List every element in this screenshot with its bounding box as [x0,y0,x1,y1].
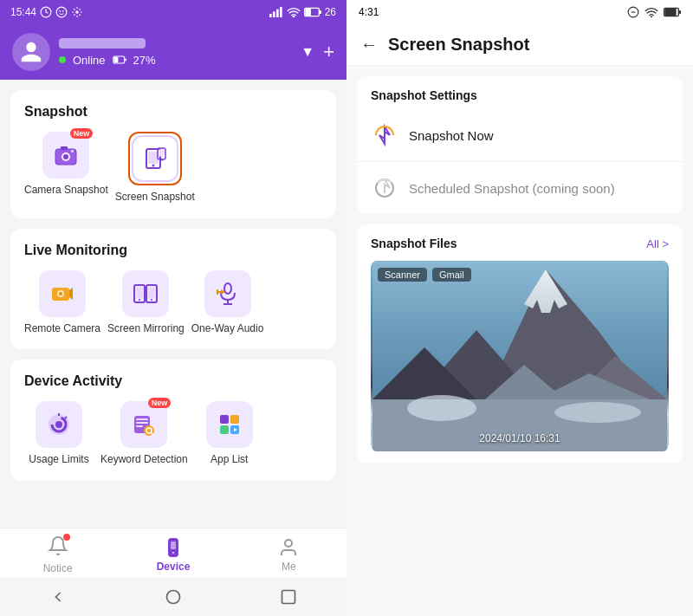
time-display: 15:44 [10,6,36,18]
live-monitoring-section: Live Monitoring Remote Camera [10,229,336,350]
svg-point-69 [651,16,652,17]
battery-level: 26 [325,6,336,18]
keyword-detection-icon-box: New [120,401,167,448]
scroll-content: Snapshot New Camera Snapshot [0,80,346,528]
right-time: 4:31 [359,6,379,18]
svg-point-1 [56,7,67,17]
snapshot-section: Snapshot New Camera Snapshot [10,90,336,218]
recents-system-btn[interactable] [278,587,299,607]
snapshot-now-icon [371,121,398,149]
live-monitoring-icons-row: Remote Camera Screen Mirroring [24,270,322,336]
usage-limits-icon-box [36,401,82,448]
right-back-button[interactable]: ← [360,35,378,55]
notice-nav-label: Notice [43,562,73,574]
screen-mirroring-icon-box [122,270,169,317]
svg-rect-57 [230,415,239,424]
face-icon [55,6,68,18]
camera-snapshot-new-badge: New [70,128,94,139]
app-list-item[interactable]: App List [195,401,264,467]
snapshot-now-svg [372,123,397,147]
usage-limits-icon [46,412,72,438]
files-all-link[interactable]: All > [646,237,669,250]
svg-rect-22 [148,152,159,164]
status-row: Online 27% [59,54,292,67]
me-nav-label: Me [282,561,296,573]
camera-snapshot-item[interactable]: New Camera Snapshot [24,132,108,204]
image-overlay-labels: Scanner Gmail [371,268,669,282]
scheduled-snapshot-icon [371,174,398,202]
svg-rect-12 [305,9,311,16]
app-list-icon-box [206,401,253,448]
svg-rect-19 [61,146,68,150]
snapshot-settings-title: Snapshot Settings [357,76,683,109]
dropdown-button[interactable]: ▼ [301,44,314,60]
username-blur [59,38,146,49]
svg-rect-52 [136,425,143,427]
home-system-btn[interactable] [163,587,184,607]
screen-snapshot-label: Screen Snapshot [115,191,195,204]
nav-device[interactable]: Device [143,537,204,573]
left-status-bar: 15:44 26 [0,0,346,24]
svg-rect-72 [664,9,676,16]
svg-rect-50 [136,418,148,420]
svg-rect-8 [280,7,282,17]
user-info: Online 27% [59,38,292,67]
svg-line-48 [65,417,67,418]
keyword-detection-item[interactable]: New Keyword Detection [100,401,188,467]
keyword-detection-new-badge: New [148,398,172,408]
svg-rect-71 [679,10,681,14]
usage-limits-item[interactable]: Usage Limits [24,401,94,467]
add-button[interactable]: + [323,42,334,62]
screen-snapshot-item[interactable]: Screen Snapshot [115,132,195,204]
remote-camera-item[interactable]: Remote Camera [24,270,100,336]
right-wifi-icon [644,7,658,17]
scheduled-snapshot-row[interactable]: Scheduled Snapshot (coming soon) [357,162,683,214]
back-system-btn[interactable] [48,587,68,607]
svg-rect-6 [273,11,275,17]
svg-point-34 [139,299,140,301]
notice-dot [63,534,70,541]
svg-rect-66 [282,591,295,604]
svg-point-64 [285,540,292,547]
svg-point-4 [75,10,79,14]
image-label-gmail: Gmail [432,268,471,282]
snapshot-now-label: Snapshot Now [409,128,494,143]
device-activity-section: Device Activity Usage Limits [10,360,336,481]
svg-rect-63 [171,541,176,549]
mountain-image: Scanner Gmail 2024/01/10 16:31 [371,261,669,451]
remote-camera-icon [49,281,75,307]
status-right: 26 [269,6,336,18]
scheduled-snapshot-label: Scheduled Snapshot (coming soon) [409,181,615,196]
signal-icon [269,7,283,17]
svg-rect-20 [71,150,74,152]
snapshot-image-container: Scanner Gmail 2024/01/10 16:31 [371,261,669,451]
svg-rect-14 [125,58,126,61]
camera-snapshot-label: Camera Snapshot [24,184,108,198]
svg-point-37 [151,299,152,301]
svg-rect-51 [136,422,148,424]
svg-point-18 [63,154,68,159]
svg-rect-11 [320,10,321,14]
nav-notice[interactable]: Notice [28,535,88,574]
one-way-audio-label: One-Way Audio [191,322,264,336]
mountain-svg [371,261,669,451]
snapshot-now-row[interactable]: Snapshot Now [357,109,683,162]
svg-point-9 [293,16,294,17]
snapshot-settings-card: Snapshot Settings Snapshot Now [357,76,683,214]
bottom-nav: Notice Device Me [0,528,346,578]
device-nav-label: Device [157,561,191,573]
screen-mirroring-item[interactable]: Screen Mirroring [107,270,185,336]
settings-icon [71,6,83,18]
right-scroll-content: Snapshot Settings Snapshot Now [346,66,693,616]
right-page-title: Screen Snapshot [388,35,529,55]
app-list-label: App List [210,453,248,467]
one-way-audio-item[interactable]: One-Way Audio [191,270,264,336]
svg-rect-36 [148,287,156,298]
device-activity-title: Device Activity [24,373,322,389]
svg-rect-7 [276,10,279,17]
app-list-icon [217,412,243,438]
svg-point-46 [55,421,62,428]
live-monitoring-title: Live Monitoring [24,243,322,258]
nav-me[interactable]: Me [258,537,319,573]
svg-point-83 [554,402,641,423]
